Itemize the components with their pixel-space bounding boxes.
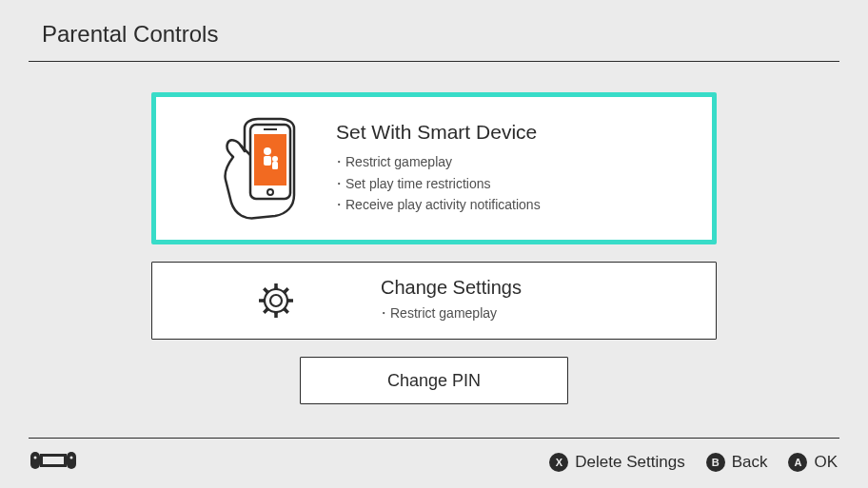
smart-device-bullet: Receive play activity notifications xyxy=(336,194,675,215)
phone-in-hand-icon xyxy=(193,111,336,225)
a-button-icon: A xyxy=(788,453,807,472)
back-label: Back xyxy=(732,453,768,472)
svg-point-4 xyxy=(264,147,271,155)
smart-device-bullet: Set play time restrictions xyxy=(336,173,675,194)
ok-label: OK xyxy=(814,453,838,472)
smart-device-title: Set With Smart Device xyxy=(336,121,675,144)
change-settings-title: Change Settings xyxy=(381,277,678,299)
main-content: Set With Smart Device Restrict gameplay … xyxy=(0,62,868,404)
svg-rect-15 xyxy=(43,457,64,464)
header: Parental Controls xyxy=(0,0,868,61)
b-button-icon: B xyxy=(706,453,725,472)
svg-point-6 xyxy=(272,156,278,162)
ok-action[interactable]: A OK xyxy=(788,453,838,472)
change-pin-title: Change PIN xyxy=(387,371,481,391)
controller-icon xyxy=(30,450,76,475)
delete-settings-action[interactable]: X Delete Settings xyxy=(549,453,684,472)
change-pin-card[interactable]: Change PIN xyxy=(300,357,568,404)
svg-rect-7 xyxy=(272,162,278,169)
svg-point-13 xyxy=(34,457,37,459)
svg-rect-10 xyxy=(30,452,40,469)
svg-point-14 xyxy=(70,457,73,459)
svg-rect-5 xyxy=(264,156,271,166)
delete-settings-label: Delete Settings xyxy=(575,453,684,472)
change-settings-bullet: Restrict gameplay xyxy=(381,303,678,323)
back-action[interactable]: B Back xyxy=(706,453,768,472)
smart-device-card[interactable]: Set With Smart Device Restrict gameplay … xyxy=(151,92,717,244)
svg-point-8 xyxy=(270,295,282,306)
smart-device-bullet: Restrict gameplay xyxy=(336,151,675,172)
change-settings-card[interactable]: Change Settings Restrict gameplay xyxy=(151,262,717,340)
x-button-icon: X xyxy=(549,453,568,472)
footer: X Delete Settings B Back A OK xyxy=(0,438,868,488)
page-title: Parental Controls xyxy=(42,21,868,48)
gear-icon xyxy=(238,282,314,320)
svg-rect-12 xyxy=(67,452,76,469)
